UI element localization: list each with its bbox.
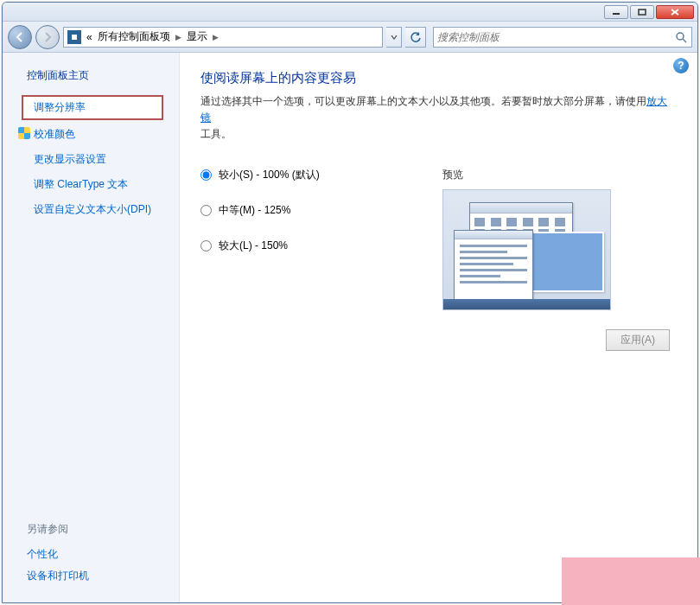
see-also-label: 另请参阅 [3,522,179,544]
sidebar-item-display-settings[interactable]: 更改显示器设置 [3,147,179,172]
radio-small[interactable] [200,169,212,181]
navbar: « 所有控制面板项 ▶ 显示 ▶ [3,22,697,53]
sidebar-item-custom-dpi[interactable]: 设置自定义文本大小(DPI) [3,197,179,222]
option-medium[interactable]: 中等(M) - 125% [200,203,442,218]
forward-button[interactable] [35,25,60,49]
breadcrumb-prefix: « [86,31,92,43]
search-icon[interactable] [674,30,688,44]
option-small-label: 较小(S) - 100% (默认) [219,168,320,182]
page-title: 使阅读屏幕上的内容更容易 [200,70,673,86]
size-options: 较小(S) - 100% (默认) 中等(M) - 125% 较大(L) - 1… [200,168,442,310]
option-medium-label: 中等(M) - 125% [219,203,290,218]
help-button[interactable]: ? [673,58,689,73]
option-large[interactable]: 较大(L) - 150% [200,239,442,253]
sidebar: 控制面板主页 调整分辨率 校准颜色 更改显示器设置 调整 ClearType 文… [3,53,180,602]
search-box[interactable] [433,27,692,48]
desc-text-2: 工具。 [200,128,232,140]
apply-button[interactable]: 应用(A) [606,329,670,351]
preview-label: 预览 [442,168,611,182]
sidebar-personalization-link[interactable]: 个性化 [3,544,179,565]
radio-medium[interactable] [200,205,212,216]
option-large-label: 较大(L) - 150% [219,239,288,253]
radio-large[interactable] [200,240,212,252]
svg-line-7 [683,39,686,42]
chevron-right-icon: ▶ [175,33,181,41]
desc-text-1: 通过选择其中一个选项，可以更改屏幕上的文本大小以及其他项。若要暂时放大部分屏幕，… [200,95,646,107]
minimize-button[interactable] [604,5,628,19]
option-small[interactable]: 较小(S) - 100% (默认) [200,168,442,182]
close-button[interactable] [656,5,694,19]
address-bar[interactable]: « 所有控制面板项 ▶ 显示 ▶ [63,27,383,48]
main-content: ? 使阅读屏幕上的内容更容易 通过选择其中一个选项，可以更改屏幕上的文本大小以及… [180,53,697,602]
svg-rect-1 [639,10,646,15]
search-input[interactable] [437,31,674,43]
sidebar-item-resolution[interactable]: 调整分辨率 [22,95,163,120]
breadcrumb-all-items[interactable]: 所有控制面板项 [98,29,170,44]
control-panel-icon [67,30,81,44]
control-panel-home-link[interactable]: 控制面板主页 [3,68,179,93]
svg-point-6 [677,33,684,40]
sidebar-devices-link[interactable]: 设备和打印机 [3,565,179,587]
sidebar-item-cleartype[interactable]: 调整 ClearType 文本 [3,172,179,197]
pink-overlay [562,557,700,605]
sidebar-item-calibrate-color[interactable]: 校准颜色 [3,122,179,147]
back-button[interactable] [8,25,32,49]
page-description: 通过选择其中一个选项，可以更改屏幕上的文本大小以及其他项。若要暂时放大部分屏幕，… [200,93,673,143]
address-dropdown[interactable] [386,27,402,48]
maximize-button[interactable] [630,5,654,19]
window-titlebar [3,3,697,22]
chevron-right-icon: ▶ [213,33,219,41]
svg-rect-5 [72,35,77,40]
refresh-button[interactable] [405,27,426,48]
preview-image [442,189,611,310]
breadcrumb-display[interactable]: 显示 [187,29,207,44]
